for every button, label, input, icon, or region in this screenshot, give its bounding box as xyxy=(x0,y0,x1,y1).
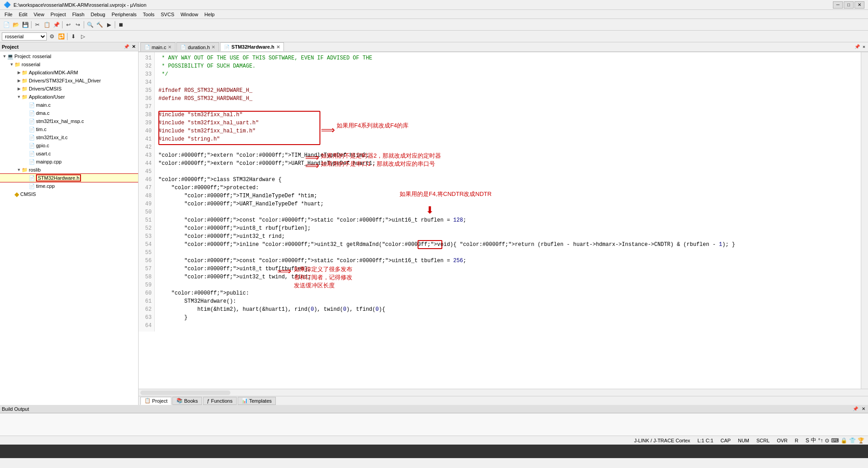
statusbar: J-LINK / J-TRACE Cortex L:1 C:1 CAP NUM … xyxy=(0,436,868,445)
tree-arrow-icon[interactable]: ▼ xyxy=(16,95,22,99)
tree-item[interactable]: ▼💻Project: rosserial xyxy=(0,52,138,60)
build-output-panel: Build Output 📌 ✕ xyxy=(0,405,868,436)
horizontal-scrollbar[interactable] xyxy=(139,389,868,396)
tree-item-label: CMSIS xyxy=(20,191,36,197)
menu-debug[interactable]: Debug xyxy=(88,11,108,18)
tree-item-label: mainpp.cpp xyxy=(36,159,62,164)
diamond-icon: ◆ xyxy=(14,191,19,198)
code-line: htim(&htim2), huart(&huart1), rind(0), t… xyxy=(158,305,857,314)
menu-tools[interactable]: Tools xyxy=(140,11,157,18)
build-btn[interactable]: 🔨 xyxy=(95,20,104,29)
panel-pin-btn[interactable]: 📌 xyxy=(123,44,130,49)
menu-file[interactable]: File xyxy=(2,11,15,18)
tree-item[interactable]: ▼📁rosserial xyxy=(0,60,138,68)
code-line xyxy=(158,322,857,330)
copy-btn[interactable]: 📋 xyxy=(42,20,51,29)
tree-item-label: STM32Hardware.h xyxy=(36,174,81,182)
tree-file-icon: 📄 xyxy=(29,143,35,149)
bottom-tab-books[interactable]: 📚Books xyxy=(172,397,202,405)
tree-item[interactable]: 📄dma.c xyxy=(0,109,138,117)
open-btn[interactable]: 📂 xyxy=(11,20,20,29)
code-line: } xyxy=(158,314,857,322)
maximize-button[interactable]: □ xyxy=(844,1,854,9)
code-line xyxy=(158,143,857,151)
rebuild-btn[interactable]: 🔁 xyxy=(57,32,66,41)
tree-item[interactable]: ▶📁Application/MDK-ARM xyxy=(0,68,138,77)
menu-edit[interactable]: Edit xyxy=(16,11,30,18)
start-debug-btn[interactable]: ▷ xyxy=(78,32,87,41)
tab-close-btn[interactable]: ✕ xyxy=(168,45,171,50)
cut-btn[interactable]: ✂ xyxy=(33,20,42,29)
tab-duration-h[interactable]: 📄duration.h✕ xyxy=(176,42,219,51)
tree-file-icon: 📄 xyxy=(29,175,35,181)
find-btn[interactable]: 🔍 xyxy=(85,20,94,29)
bottom-tab-label: Templates xyxy=(249,398,272,404)
build-close-btn[interactable]: ✕ xyxy=(861,406,866,411)
menu-flash[interactable]: Flash xyxy=(70,11,87,18)
tree-item[interactable]: ▶📁Drivers/CMSIS xyxy=(0,85,138,93)
code-editor[interactable]: 3132333435363738394041424344454647484950… xyxy=(139,52,861,389)
tab-close-btn[interactable]: ✕ xyxy=(276,45,280,50)
tree-item[interactable]: 📄mainpp.cpp xyxy=(0,158,138,166)
tree-file-icon: 📄 xyxy=(29,110,35,116)
tab-close-btn[interactable]: ✕ xyxy=(211,45,215,50)
menu-svcs[interactable]: SVCS xyxy=(158,11,177,18)
tree-item[interactable]: ▼📁roslib xyxy=(0,166,138,174)
line-number: 48 xyxy=(141,192,152,200)
vertical-scrollbar[interactable] xyxy=(861,52,868,389)
line-number: 37 xyxy=(141,103,152,111)
redo-btn[interactable]: ↪ xyxy=(73,20,82,29)
tree-arrow-icon[interactable]: ▼ xyxy=(2,54,7,59)
tree-item[interactable]: ▶📁Drivers/STM32F1xx_HAL_Driver xyxy=(0,77,138,85)
tree-item[interactable]: 📄main.c xyxy=(0,101,138,109)
build-target-btn[interactable]: ⚙ xyxy=(47,32,56,41)
bottom-tabs: 📋Project📚BooksƒFunctions📊Templates xyxy=(139,396,868,405)
tree-item[interactable]: 📄stm32f1xx_hal_msp.c xyxy=(0,117,138,125)
tree-file-icon: 💻 xyxy=(7,54,13,59)
debug-btn[interactable]: ▶ xyxy=(104,20,113,29)
tree-item[interactable]: 📄gpio.c xyxy=(0,141,138,150)
menu-view[interactable]: View xyxy=(31,11,47,18)
stop-btn[interactable]: ⏹ xyxy=(117,20,126,29)
bottom-tab-functions[interactable]: ƒFunctions xyxy=(203,397,237,405)
save-btn[interactable]: 💾 xyxy=(21,20,30,29)
tree-arrow-icon[interactable]: ▼ xyxy=(16,168,22,172)
tab-main-c[interactable]: 📄main.c✕ xyxy=(140,42,175,51)
undo-btn[interactable]: ↩ xyxy=(64,20,73,29)
window-title: E:\workspace\rosserial\MDK-ARM\rosserial… xyxy=(13,2,146,8)
tree-item[interactable]: 📄stm32f1xx_it.c xyxy=(0,133,138,141)
tree-item[interactable]: 📄STM32Hardware.h xyxy=(0,174,138,182)
paste-btn[interactable]: 📌 xyxy=(52,20,61,29)
tree-item[interactable]: 📄tim.c xyxy=(0,125,138,133)
panel-close-btn[interactable]: ✕ xyxy=(131,44,136,49)
target-select[interactable]: rosserial xyxy=(2,32,47,41)
close-button[interactable]: ✕ xyxy=(855,1,864,9)
bottom-tab-templates[interactable]: 📊Templates xyxy=(238,397,276,405)
new-btn[interactable]: 📄 xyxy=(2,20,11,29)
editor-area: 3132333435363738394041424344454647484950… xyxy=(139,52,868,389)
bottom-tab-icon: 📋 xyxy=(144,398,151,404)
statusbar-scrl: SCRL xyxy=(756,438,769,443)
tree-item-label: tim.c xyxy=(36,127,46,132)
bottom-tab-project[interactable]: 📋Project xyxy=(140,397,171,405)
menu-window[interactable]: Window xyxy=(178,11,201,18)
tree-item[interactable]: 📄usart.c xyxy=(0,150,138,158)
tree-arrow-icon[interactable]: ▶ xyxy=(16,78,22,83)
editor-pin-btn[interactable]: 📌 xyxy=(854,44,861,50)
build-pin-btn[interactable]: 📌 xyxy=(852,406,859,411)
menu-help[interactable]: Help xyxy=(202,11,217,18)
code-line: "color:#0000ff;">inline "color:#0000ff;"… xyxy=(158,241,857,249)
tab-STM32Hardware-h[interactable]: 📄STM32Hardware.h✕ xyxy=(220,42,283,51)
tree-arrow-icon[interactable]: ▼ xyxy=(9,62,14,67)
tree-arrow-icon[interactable]: ▶ xyxy=(16,70,22,75)
tree-item[interactable]: ◆CMSIS xyxy=(0,190,138,198)
menu-project[interactable]: Project xyxy=(48,11,68,18)
editor-close-btn[interactable]: ✕ xyxy=(862,44,866,50)
minimize-button[interactable]: ─ xyxy=(833,1,843,9)
tree-arrow-icon[interactable]: ▶ xyxy=(16,86,22,91)
tree-file-icon: 📁 xyxy=(22,167,28,173)
tree-item[interactable]: 📄time.cpp xyxy=(0,182,138,190)
tree-item[interactable]: ▼📁Application/User xyxy=(0,93,138,101)
menu-peripherals[interactable]: Peripherals xyxy=(109,11,139,18)
download-btn[interactable]: ⬇ xyxy=(69,32,78,41)
